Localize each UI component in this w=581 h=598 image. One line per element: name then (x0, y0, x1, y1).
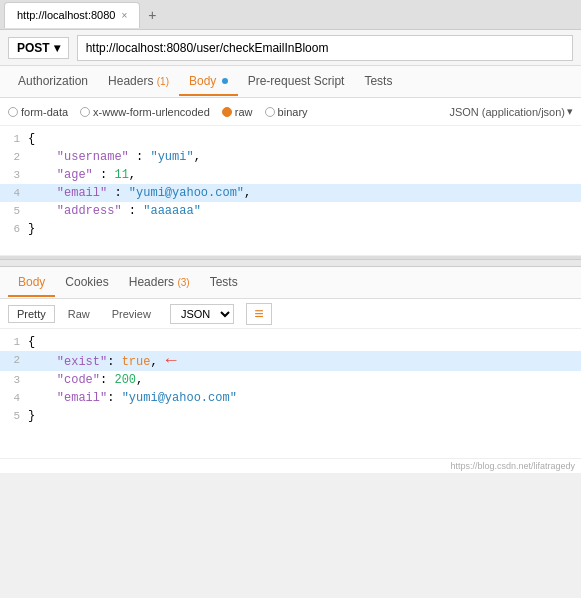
line-content: "email": "yumi@yahoo.com" (28, 389, 581, 407)
json-format-dropdown[interactable]: JSON (application/json) ▾ (449, 105, 573, 118)
line-content: } (28, 407, 581, 425)
tab-tests[interactable]: Tests (354, 68, 402, 96)
arrow-annotation: ← (166, 350, 177, 370)
method-chevron-icon: ▾ (54, 41, 60, 55)
radio-form-data[interactable] (8, 107, 18, 117)
resp-tab-body[interactable]: Body (8, 269, 55, 297)
browser-tab[interactable]: http://localhost:8080 × (4, 2, 140, 28)
code-line: 2 "exist": true,← (0, 351, 581, 371)
line-number: 4 (0, 184, 28, 202)
line-content: "code": 200, (28, 371, 581, 389)
line-number: 5 (0, 202, 28, 220)
tab-title: http://localhost:8080 (17, 9, 115, 21)
request-tab-row: Authorization Headers (1) Body Pre-reque… (0, 66, 581, 98)
radio-urlencoded[interactable] (80, 107, 90, 117)
line-content: { (28, 333, 581, 351)
tab-authorization[interactable]: Authorization (8, 68, 98, 96)
browser-tab-bar: http://localhost:8080 × + (0, 0, 581, 30)
response-panel: Body Cookies Headers (3) Tests Pretty Ra… (0, 267, 581, 473)
method-label: POST (17, 41, 50, 55)
code-line: 2 "username" : "yumi", (0, 148, 581, 166)
line-number: 3 (0, 371, 28, 389)
line-content: } (28, 220, 581, 238)
line-number: 1 (0, 130, 28, 148)
option-binary[interactable]: binary (265, 106, 308, 118)
code-line: 5} (0, 407, 581, 425)
line-number: 4 (0, 389, 28, 407)
wrap-button[interactable]: ≡ (246, 303, 272, 325)
method-button[interactable]: POST ▾ (8, 37, 69, 59)
line-number: 3 (0, 166, 28, 184)
code-line: 3 "age" : 11, (0, 166, 581, 184)
wrap-icon: ≡ (254, 305, 263, 323)
line-content: { (28, 130, 581, 148)
line-number: 2 (0, 351, 28, 369)
line-content: "exist": true,← (28, 351, 581, 371)
response-code-editor: 1{2 "exist": true,←3 "code": 200,4 "emai… (0, 329, 581, 459)
response-json-select[interactable]: JSON (170, 304, 234, 324)
panel-divider (0, 259, 581, 267)
address-bar: POST ▾ (0, 30, 581, 66)
resp-tab-headers[interactable]: Headers (3) (119, 269, 200, 297)
option-form-data[interactable]: form-data (8, 106, 68, 118)
tab-close-button[interactable]: × (121, 10, 127, 21)
line-content: "address" : "aaaaaa" (28, 202, 581, 220)
body-options-row: form-data x-www-form-urlencoded raw bina… (0, 98, 581, 126)
format-raw-button[interactable]: Raw (59, 305, 99, 323)
code-line: 1{ (0, 130, 581, 148)
option-urlencoded[interactable]: x-www-form-urlencoded (80, 106, 210, 118)
tab-body[interactable]: Body (179, 68, 238, 96)
code-line: 5 "address" : "aaaaaa" (0, 202, 581, 220)
resp-tab-cookies[interactable]: Cookies (55, 269, 118, 297)
watermark-text: https://blog.csdn.net/lifatragedy (0, 459, 581, 473)
code-line: 3 "code": 200, (0, 371, 581, 389)
code-line: 6} (0, 220, 581, 238)
request-code-editor[interactable]: 1{2 "username" : "yumi",3 "age" : 11,4 "… (0, 126, 581, 256)
format-preview-button[interactable]: Preview (103, 305, 160, 323)
dropdown-chevron-icon: ▾ (567, 105, 573, 118)
line-number: 6 (0, 220, 28, 238)
resp-tab-tests[interactable]: Tests (200, 269, 248, 297)
url-input[interactable] (77, 35, 573, 61)
line-number: 2 (0, 148, 28, 166)
request-panel: Authorization Headers (1) Body Pre-reque… (0, 66, 581, 259)
code-line: 4 "email": "yumi@yahoo.com" (0, 389, 581, 407)
line-content: "username" : "yumi", (28, 148, 581, 166)
line-content: "age" : 11, (28, 166, 581, 184)
format-pretty-button[interactable]: Pretty (8, 305, 55, 323)
line-number: 5 (0, 407, 28, 425)
radio-binary[interactable] (265, 107, 275, 117)
new-tab-button[interactable]: + (140, 3, 164, 27)
option-raw[interactable]: raw (222, 106, 253, 118)
tab-headers[interactable]: Headers (1) (98, 68, 179, 96)
radio-raw[interactable] (222, 107, 232, 117)
tab-pre-request-script[interactable]: Pre-request Script (238, 68, 355, 96)
code-line: 4 "email" : "yumi@yahoo.com", (0, 184, 581, 202)
format-row: Pretty Raw Preview JSON ≡ (0, 299, 581, 329)
line-number: 1 (0, 333, 28, 351)
body-dot-indicator (222, 78, 228, 84)
response-tab-row: Body Cookies Headers (3) Tests (0, 267, 581, 299)
code-line: 1{ (0, 333, 581, 351)
line-content: "email" : "yumi@yahoo.com", (28, 184, 581, 202)
